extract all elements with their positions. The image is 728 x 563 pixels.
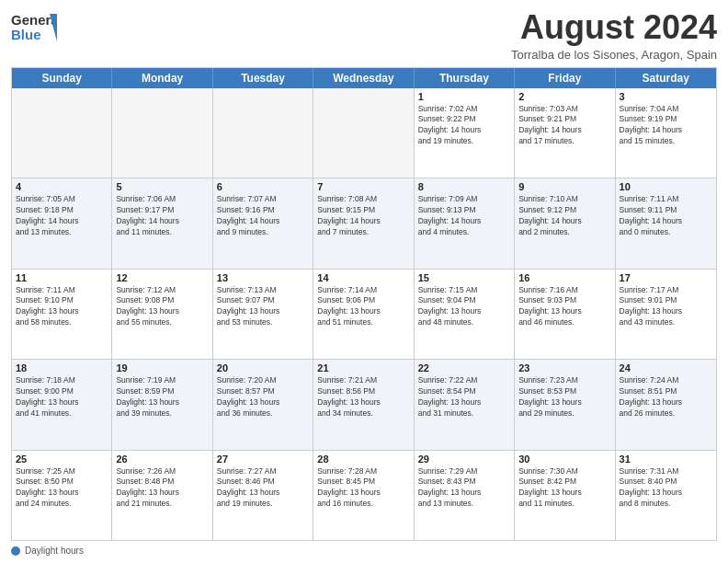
day-header-friday: Friday	[515, 68, 615, 88]
daylight-dot	[11, 546, 20, 556]
day-cell-27: 27Sunrise: 7:27 AM Sunset: 8:46 PM Dayli…	[213, 451, 313, 540]
day-cell-13: 13Sunrise: 7:13 AM Sunset: 9:07 PM Dayli…	[213, 270, 313, 359]
day-cell-15: 15Sunrise: 7:15 AM Sunset: 9:04 PM Dayli…	[415, 270, 515, 359]
day-cell-24: 24Sunrise: 7:24 AM Sunset: 8:51 PM Dayli…	[616, 360, 716, 449]
day-info: Sunrise: 7:26 AM Sunset: 8:48 PM Dayligh…	[116, 466, 208, 511]
day-header-sunday: Sunday	[12, 68, 112, 88]
day-number: 31	[620, 454, 712, 465]
day-number: 6	[217, 181, 309, 192]
day-number: 29	[418, 454, 510, 465]
day-header-thursday: Thursday	[415, 68, 515, 88]
day-cell-29: 29Sunrise: 7:29 AM Sunset: 8:43 PM Dayli…	[415, 451, 515, 540]
day-cell-25: 25Sunrise: 7:25 AM Sunset: 8:50 PM Dayli…	[12, 451, 112, 540]
day-info: Sunrise: 7:29 AM Sunset: 8:43 PM Dayligh…	[418, 466, 510, 511]
day-cell-19: 19Sunrise: 7:19 AM Sunset: 8:59 PM Dayli…	[112, 360, 212, 449]
day-number: 10	[620, 181, 712, 192]
day-number: 20	[217, 362, 309, 373]
day-cell-2: 2Sunrise: 7:03 AM Sunset: 9:21 PM Daylig…	[515, 88, 615, 178]
day-number: 18	[16, 362, 108, 373]
day-header-tuesday: Tuesday	[213, 68, 313, 88]
calendar-week-3: 11Sunrise: 7:11 AM Sunset: 9:10 PM Dayli…	[12, 270, 716, 360]
calendar-week-5: 25Sunrise: 7:25 AM Sunset: 8:50 PM Dayli…	[12, 451, 716, 540]
day-info: Sunrise: 7:30 AM Sunset: 8:42 PM Dayligh…	[518, 466, 610, 511]
day-info: Sunrise: 7:10 AM Sunset: 9:12 PM Dayligh…	[518, 194, 610, 238]
day-number: 15	[418, 272, 510, 283]
day-number: 26	[116, 454, 208, 465]
day-info: Sunrise: 7:06 AM Sunset: 9:17 PM Dayligh…	[116, 194, 208, 238]
day-cell-22: 22Sunrise: 7:22 AM Sunset: 8:54 PM Dayli…	[415, 360, 515, 449]
day-number: 24	[620, 362, 712, 373]
day-number: 22	[418, 362, 510, 373]
day-info: Sunrise: 7:22 AM Sunset: 8:54 PM Dayligh…	[418, 375, 510, 419]
day-header-saturday: Saturday	[616, 68, 716, 88]
day-info: Sunrise: 7:19 AM Sunset: 8:59 PM Dayligh…	[116, 375, 208, 419]
day-number: 17	[620, 272, 712, 283]
day-info: Sunrise: 7:16 AM Sunset: 9:03 PM Dayligh…	[518, 285, 610, 329]
title-block: August 2024 Torralba de los Sisones, Ara…	[511, 9, 717, 62]
day-info: Sunrise: 7:11 AM Sunset: 9:10 PM Dayligh…	[16, 285, 108, 329]
day-number: 9	[518, 181, 610, 192]
day-number: 27	[217, 454, 309, 465]
day-cell-6: 6Sunrise: 7:07 AM Sunset: 9:16 PM Daylig…	[213, 178, 313, 268]
day-number: 19	[116, 362, 208, 373]
day-number: 25	[16, 454, 108, 465]
day-number: 1	[418, 91, 510, 102]
day-cell-26: 26Sunrise: 7:26 AM Sunset: 8:48 PM Dayli…	[112, 451, 212, 540]
day-number: 11	[16, 272, 108, 283]
calendar-week-2: 4Sunrise: 7:05 AM Sunset: 9:18 PM Daylig…	[12, 178, 716, 269]
empty-cell	[213, 88, 313, 178]
day-header-wednesday: Wednesday	[313, 68, 414, 88]
day-number: 28	[317, 454, 409, 465]
day-number: 30	[518, 454, 610, 465]
day-info: Sunrise: 7:08 AM Sunset: 9:15 PM Dayligh…	[317, 194, 409, 238]
day-number: 5	[116, 181, 208, 192]
day-cell-4: 4Sunrise: 7:05 AM Sunset: 9:18 PM Daylig…	[12, 178, 112, 268]
day-number: 21	[317, 362, 409, 373]
day-number: 4	[16, 181, 108, 192]
day-number: 16	[518, 272, 610, 283]
svg-marker-2	[50, 14, 57, 41]
day-info: Sunrise: 7:20 AM Sunset: 8:57 PM Dayligh…	[217, 375, 309, 419]
day-cell-31: 31Sunrise: 7:31 AM Sunset: 8:40 PM Dayli…	[616, 451, 716, 540]
empty-cell	[112, 88, 212, 178]
day-info: Sunrise: 7:02 AM Sunset: 9:22 PM Dayligh…	[418, 104, 510, 148]
day-info: Sunrise: 7:28 AM Sunset: 8:45 PM Dayligh…	[317, 466, 409, 511]
day-number: 13	[217, 272, 309, 283]
calendar-header: SundayMondayTuesdayWednesdayThursdayFrid…	[12, 68, 716, 88]
day-cell-23: 23Sunrise: 7:23 AM Sunset: 8:53 PM Dayli…	[515, 360, 615, 449]
day-number: 23	[518, 362, 610, 373]
calendar-week-1: 1Sunrise: 7:02 AM Sunset: 9:22 PM Daylig…	[12, 88, 716, 178]
day-cell-10: 10Sunrise: 7:11 AM Sunset: 9:11 PM Dayli…	[616, 178, 716, 268]
header: General Blue August 2024 Torralba de los…	[11, 9, 717, 62]
day-info: Sunrise: 7:31 AM Sunset: 8:40 PM Dayligh…	[620, 466, 712, 511]
day-cell-18: 18Sunrise: 7:18 AM Sunset: 9:00 PM Dayli…	[12, 360, 112, 449]
month-year: August 2024	[511, 9, 717, 46]
day-info: Sunrise: 7:15 AM Sunset: 9:04 PM Dayligh…	[418, 285, 510, 329]
day-info: Sunrise: 7:13 AM Sunset: 9:07 PM Dayligh…	[217, 285, 309, 329]
day-cell-28: 28Sunrise: 7:28 AM Sunset: 8:45 PM Dayli…	[313, 451, 414, 540]
day-number: 8	[418, 181, 510, 192]
svg-text:Blue: Blue	[11, 27, 41, 42]
day-info: Sunrise: 7:04 AM Sunset: 9:19 PM Dayligh…	[620, 104, 712, 148]
day-info: Sunrise: 7:25 AM Sunset: 8:50 PM Dayligh…	[16, 466, 108, 511]
day-cell-21: 21Sunrise: 7:21 AM Sunset: 8:56 PM Dayli…	[313, 360, 414, 449]
location: Torralba de los Sisones, Aragon, Spain	[511, 48, 717, 62]
day-info: Sunrise: 7:24 AM Sunset: 8:51 PM Dayligh…	[620, 375, 712, 419]
daylight-label: Daylight hours	[25, 546, 84, 556]
logo-svg: General Blue	[11, 9, 57, 46]
day-cell-12: 12Sunrise: 7:12 AM Sunset: 9:08 PM Dayli…	[112, 270, 212, 359]
calendar-week-4: 18Sunrise: 7:18 AM Sunset: 9:00 PM Dayli…	[12, 360, 716, 450]
day-info: Sunrise: 7:07 AM Sunset: 9:16 PM Dayligh…	[217, 194, 309, 238]
day-header-monday: Monday	[112, 68, 212, 88]
day-number: 14	[317, 272, 409, 283]
day-cell-8: 8Sunrise: 7:09 AM Sunset: 9:13 PM Daylig…	[415, 178, 515, 268]
page: General Blue August 2024 Torralba de los…	[0, 0, 728, 563]
day-cell-11: 11Sunrise: 7:11 AM Sunset: 9:10 PM Dayli…	[12, 270, 112, 359]
day-info: Sunrise: 7:21 AM Sunset: 8:56 PM Dayligh…	[317, 375, 409, 419]
empty-cell	[313, 88, 414, 178]
day-cell-17: 17Sunrise: 7:17 AM Sunset: 9:01 PM Dayli…	[616, 270, 716, 359]
day-cell-9: 9Sunrise: 7:10 AM Sunset: 9:12 PM Daylig…	[515, 178, 615, 268]
day-info: Sunrise: 7:14 AM Sunset: 9:06 PM Dayligh…	[317, 285, 409, 329]
day-number: 7	[317, 181, 409, 192]
day-info: Sunrise: 7:05 AM Sunset: 9:18 PM Dayligh…	[16, 194, 108, 238]
